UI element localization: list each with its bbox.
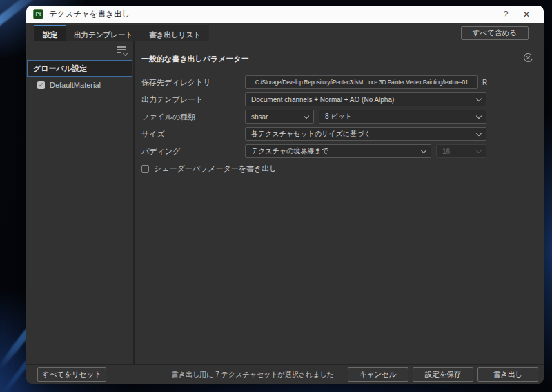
size-select[interactable]: 各テクスチャセットのサイズに基づく <box>245 127 486 141</box>
cancel-button[interactable]: キャンセル <box>348 367 408 382</box>
shader-params-row: シェーダーパラメーターを書き出し <box>141 161 544 175</box>
painter-app-icon: Pt <box>33 9 43 19</box>
template-row: 出力テンプレート Document channels + Normal + AO… <box>141 92 544 106</box>
directory-label: 保存先ディレクトリ <box>141 77 245 88</box>
export-button[interactable]: 書き出し <box>477 367 538 382</box>
reset-parameters-button[interactable] <box>522 51 534 63</box>
bitdepth-value: 8 ビット <box>325 112 352 121</box>
padding-label: パディング <box>141 146 245 157</box>
sidebar-item-defaultmaterial[interactable]: ✓ DefaultMaterial <box>26 77 133 92</box>
sidebar-item-global-settings[interactable]: グローバル設定 <box>27 60 132 77</box>
chevron-down-icon <box>476 113 482 119</box>
content-area: グローバル設定 ✓ DefaultMaterial 一般的な書き出しパラメーター <box>26 41 544 364</box>
filter-sort-icon[interactable] <box>117 46 127 58</box>
export-parameters-form: 保存先ディレクトリ C:/Storage/Develop Repository/… <box>141 75 544 175</box>
template-value: Document channels + Normal + AO (No Alph… <box>251 96 394 104</box>
template-select[interactable]: Document channels + Normal + AO (No Alph… <box>245 92 486 106</box>
filetype-value: sbsar <box>251 113 268 121</box>
shader-params-checkbox[interactable] <box>141 165 149 173</box>
desktop-background: Pt テクスチャを書き出し ? ✕ 設定 出力テンプレート 書き出しリスト すべ… <box>0 0 552 392</box>
close-button[interactable]: ✕ <box>516 7 537 22</box>
help-button[interactable]: ? <box>495 7 516 22</box>
export-status-text: 書き出し用に 7 テクスチャセットが選択されました <box>172 370 334 380</box>
parameters-panel: 一般的な書き出しパラメーター 保存先ディレクトリ C:/Storage/Deve… <box>135 41 544 364</box>
texture-set-list: グローバル設定 ✓ DefaultMaterial <box>26 41 133 364</box>
dialog-title: テクスチャを書き出し <box>49 9 130 19</box>
size-row: サイズ 各テクスチャセットのサイズに基づく <box>141 127 544 141</box>
filetype-select[interactable]: sbsar <box>245 110 314 124</box>
dilation-select: 16 <box>436 144 486 158</box>
template-label: 出力テンプレート <box>141 95 245 105</box>
dilation-value: 16 <box>442 148 450 155</box>
dialog-body: 設定 出力テンプレート 書き出しリスト すべて含める <box>26 23 544 384</box>
padding-select[interactable]: テクスチャの境界線まで <box>245 144 431 158</box>
footer-bar: すべてをリセット 書き出し用に 7 テクスチャセットが選択されました キャンセル… <box>26 364 544 384</box>
reset-icon <box>523 52 533 63</box>
filetype-label: ファイルの種類 <box>141 112 245 122</box>
chevron-down-icon <box>476 96 482 101</box>
directory-input[interactable]: C:/Storage/Develop Repository/iPentec3ds… <box>245 75 478 89</box>
section-title: 一般的な書き出しパラメーター <box>141 54 544 64</box>
chevron-down-icon <box>476 130 482 136</box>
directory-row: 保存先ディレクトリ C:/Storage/Develop Repository/… <box>141 75 544 89</box>
save-settings-button[interactable]: 設定を保存 <box>413 367 473 382</box>
export-textures-dialog: Pt テクスチャを書き出し ? ✕ 設定 出力テンプレート 書き出しリスト すべ… <box>26 6 544 384</box>
bitdepth-select[interactable]: 8 ビット <box>319 110 486 124</box>
size-label: サイズ <box>141 129 245 139</box>
shader-params-label: シェーダーパラメーターを書き出し <box>154 164 277 174</box>
reset-all-button[interactable]: すべてをリセット <box>37 367 106 382</box>
tab-bar: 設定 出力テンプレート 書き出しリスト すべて含める <box>26 23 544 41</box>
include-all-button[interactable]: すべて含める <box>461 26 529 40</box>
directory-suffix: R <box>482 79 487 86</box>
tab-settings[interactable]: 設定 <box>34 25 66 41</box>
padding-row: パディング テクスチャの境界線まで 16 <box>141 144 544 158</box>
filetype-row: ファイルの種類 sbsar 8 ビット <box>141 110 544 124</box>
chevron-down-icon <box>421 148 426 153</box>
tab-export-list[interactable]: 書き出しリスト <box>141 25 209 41</box>
chevron-down-icon <box>304 113 309 119</box>
padding-value: テクスチャの境界線まで <box>251 146 328 156</box>
defaultmaterial-checkbox[interactable]: ✓ <box>37 81 45 89</box>
titlebar: Pt テクスチャを書き出し ? ✕ <box>26 6 544 23</box>
size-value: 各テクスチャセットのサイズに基づく <box>251 129 371 139</box>
texture-set-label: DefaultMaterial <box>50 81 101 89</box>
tab-output-templates[interactable]: 出力テンプレート <box>66 25 141 41</box>
chevron-down-icon <box>476 148 482 153</box>
